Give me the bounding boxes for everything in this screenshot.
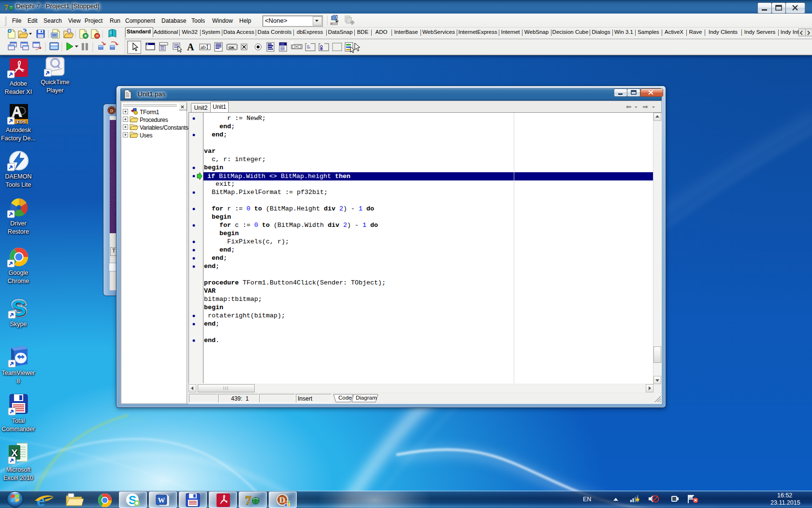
svg-text:7: 7 [245, 493, 251, 508]
svg-text:OK: OK [229, 45, 234, 50]
svg-text:ab: ab [201, 44, 206, 50]
svg-text:D: D [279, 495, 285, 505]
svg-text:D: D [110, 108, 114, 113]
svg-text:W: W [158, 496, 165, 504]
svg-text:7: 7 [4, 3, 8, 12]
svg-text:FDS: FDS [17, 119, 26, 124]
svg-text:A: A [187, 42, 194, 52]
